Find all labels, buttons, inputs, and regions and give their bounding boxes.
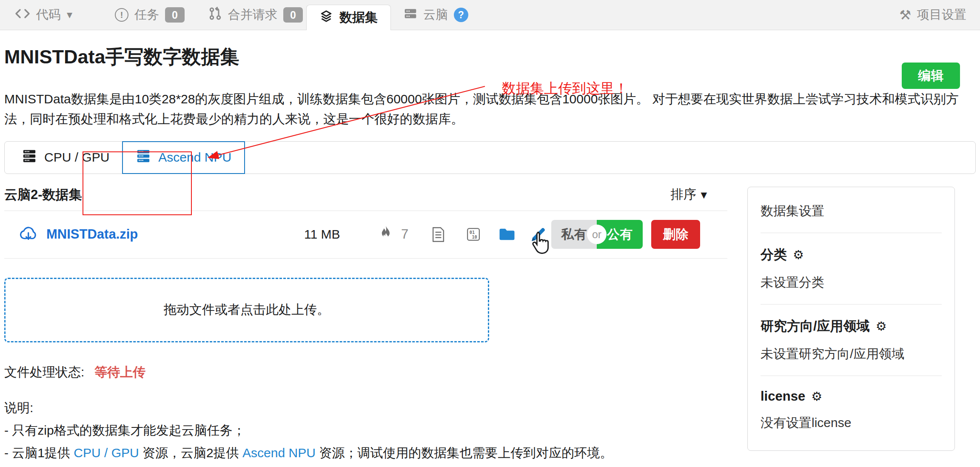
dataset-file-row: MNISTData.zip 11 MB 7 (4, 211, 727, 259)
cloud-download-icon (18, 225, 38, 244)
upload-dropzone[interactable]: 拖动文件或者点击此处上传。 (4, 278, 489, 342)
page-content: MNISTData手写数字数据集 编辑 MNISTData数据集是由10类28*… (0, 44, 980, 464)
download-heat: 7 (380, 225, 418, 243)
dataset-main-column: 云脑2-数据集 排序 ▼ MNISTData.zip 11 MB (4, 186, 727, 464)
research-field-label: 研究方向/应用领域 (761, 317, 870, 335)
code-icon (15, 8, 30, 22)
pulls-count-badge: 0 (283, 7, 303, 23)
nav-code-label: 代码 (36, 6, 61, 23)
notes-line-2: - 云脑1提供 CPU / GPU 资源，云脑2提供 Ascend NPU 资源… (4, 441, 727, 464)
tools-icon: ⚒ (899, 7, 911, 23)
svg-text:01: 01 (470, 230, 475, 235)
file-status-label: 文件处理状态: (4, 364, 84, 381)
exclamation-circle-icon: ! (115, 8, 128, 22)
notes-line2-mid: 资源，云脑2提供 (139, 446, 242, 460)
svg-text:10: 10 (472, 235, 477, 239)
server-icon (136, 149, 151, 166)
sort-label: 排序 (670, 186, 696, 203)
visibility-toggle: 私有 公有 or (551, 220, 643, 249)
download-count: 7 (401, 227, 408, 242)
license-label: license (761, 389, 805, 404)
file-info-icon[interactable] (432, 227, 445, 242)
sidebar-title: 数据集设置 (761, 202, 942, 220)
dataset-file-link[interactable]: MNISTData.zip (46, 227, 138, 242)
nav-issues-label: 任务 (134, 6, 159, 23)
nav-item-code[interactable]: 代码 ▼ (15, 6, 72, 23)
or-badge: or (587, 225, 607, 244)
server-icon (404, 8, 417, 23)
notes-line2-prefix: - 云脑1提供 (4, 446, 74, 460)
nav-pulls-label: 合并请求 (228, 6, 277, 23)
notes-line-1: - 只有zip格式的数据集才能发起云脑任务； (4, 419, 727, 441)
category-value: 未设置分类 (761, 274, 942, 291)
tab-ascend-npu-label: Ascend NPU (158, 150, 231, 165)
notes-block: 说明: - 只有zip格式的数据集才能发起云脑任务； - 云脑1提供 CPU /… (4, 396, 727, 464)
gear-icon[interactable]: ⚙ (793, 248, 804, 262)
file-size: 11 MB (304, 227, 368, 242)
nav-item-project-settings[interactable]: ⚒ 项目设置 (899, 6, 966, 23)
nav-settings-label: 项目设置 (917, 6, 966, 23)
environment-tab-bar: CPU / GPU Ascend NPU (4, 141, 976, 174)
server-icon (22, 149, 37, 166)
notes-line2-suffix: 资源；调试使用的数据集也需要上传到对应的环境。 (316, 446, 612, 460)
nav-item-pull-requests[interactable]: 合并请求 0 (208, 6, 303, 23)
gear-icon[interactable]: ⚙ (811, 389, 822, 404)
category-label: 分类 (761, 246, 787, 264)
top-navigation: 代码 ▼ ! 任务 0 合并请求 0 数据集 (0, 0, 980, 30)
nav-item-issues[interactable]: ! 任务 0 (115, 6, 185, 23)
help-icon[interactable]: ? (454, 8, 468, 22)
flame-icon (380, 225, 392, 243)
dataset-settings-card: 数据集设置 分类 ⚙ 未设置分类 研究方向/应用领域 ⚙ 未设置研究方向/应用领… (747, 187, 955, 451)
git-merge-icon (208, 7, 222, 23)
notes-heading: 说明: (4, 396, 727, 419)
chevron-down-icon: ▼ (67, 11, 72, 19)
divider (761, 233, 942, 233)
tab-cpu-gpu-label: CPU / GPU (44, 150, 109, 165)
layers-icon (319, 9, 333, 26)
issues-count-badge: 0 (165, 7, 185, 23)
chevron-down-icon: ▼ (701, 190, 707, 199)
ascend-npu-link[interactable]: Ascend NPU (242, 446, 316, 460)
cpu-gpu-link[interactable]: CPU / GPU (74, 446, 139, 460)
folder-icon[interactable] (499, 227, 516, 242)
tab-cpu-gpu[interactable]: CPU / GPU (22, 149, 109, 166)
section-title-cloudbrain2-dataset: 云脑2-数据集 (4, 186, 82, 204)
delete-button[interactable]: 删除 (651, 220, 700, 249)
divider (761, 304, 942, 305)
nav-cloudbrain-label: 云脑 (423, 6, 448, 23)
nav-datasets-label: 数据集 (339, 9, 378, 26)
license-value: 没有设置license (761, 414, 942, 432)
page-title: MNISTData手写数字数据集 (4, 44, 976, 70)
divider (761, 376, 942, 376)
nav-tab-datasets-active[interactable]: 数据集 (306, 5, 391, 30)
sort-dropdown[interactable]: 排序 ▼ (670, 186, 707, 203)
gear-icon[interactable]: ⚙ (876, 319, 887, 333)
dataset-description: MNISTData数据集是由10类28*28的灰度图片组成，训练数据集包含600… (4, 89, 976, 129)
nav-item-cloudbrain[interactable]: 云脑 ? (404, 6, 468, 23)
edit-pencil-icon[interactable] (530, 226, 547, 243)
edit-button[interactable]: 编辑 (902, 63, 960, 89)
research-field-value: 未设置研究方向/应用领域 (761, 345, 942, 363)
tab-ascend-npu-selected[interactable]: Ascend NPU (122, 141, 245, 174)
binary-file-icon[interactable]: 01 10 (466, 227, 481, 242)
file-status-value: 等待上传 (94, 364, 145, 381)
